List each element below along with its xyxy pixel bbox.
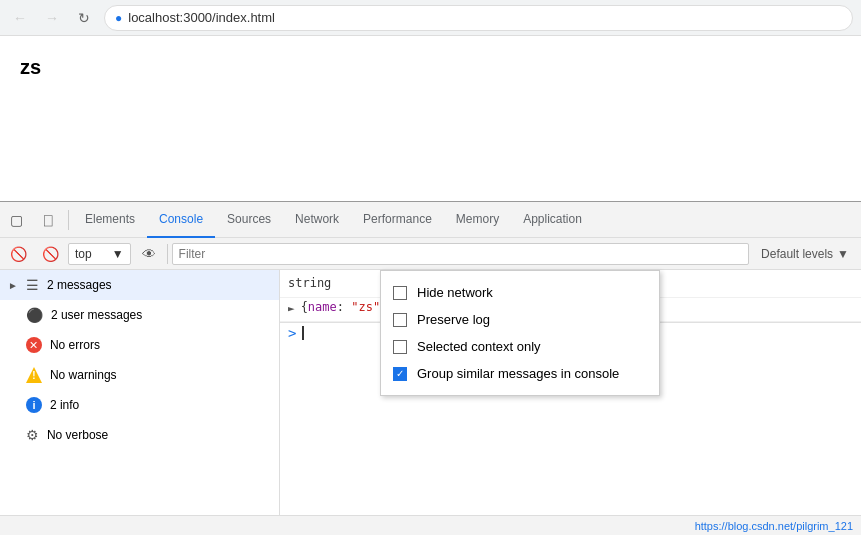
tab-application[interactable]: Application [511, 202, 594, 238]
devtools-device-button[interactable]: ⎕ [32, 202, 64, 238]
info-label: 2 info [50, 398, 79, 412]
page-content: zs [0, 36, 861, 201]
error-icon: ✕ [26, 337, 42, 353]
list-icon: ☰ [26, 277, 39, 293]
lock-icon: ● [115, 11, 122, 25]
filter-toggle-button[interactable]: 🚫 [36, 240, 64, 268]
tab-network[interactable]: Network [283, 202, 351, 238]
messages-label: 2 messages [47, 278, 112, 292]
selected-context-label: Selected context only [417, 339, 541, 354]
preserve-log-checkbox[interactable] [393, 313, 407, 327]
console-obj-value: "zs" [351, 300, 380, 314]
user-icon: ⚫ [26, 307, 43, 323]
warnings-label: No warnings [50, 368, 117, 382]
dropdown-panel: Hide network Preserve log Selected conte… [380, 270, 660, 396]
status-bar: https://blog.csdn.net/pilgrim_121 [0, 515, 861, 535]
page-title: zs [20, 56, 41, 79]
toolbar-separator [167, 244, 168, 264]
console-prompt-icon: > [288, 325, 296, 341]
console-cursor [302, 326, 304, 340]
hide-network-checkbox[interactable] [393, 286, 407, 300]
default-levels-button[interactable]: Default levels ▼ [753, 247, 857, 261]
devtools-tabbar: ▢ ⎕ Elements Console Sources Network Per… [0, 202, 861, 238]
verbose-icon: ⚙ [26, 427, 39, 443]
hide-network-label: Hide network [417, 285, 493, 300]
tab-performance[interactable]: Performance [351, 202, 444, 238]
sidebar-item-warnings[interactable]: ► ! No warnings [0, 360, 279, 390]
address-bar[interactable]: ● localhost:3000/index.html [104, 5, 853, 31]
sidebar-item-verbose[interactable]: ► ⚙ No verbose [0, 420, 279, 450]
clear-console-button[interactable]: 🚫 [4, 240, 32, 268]
devtools-separator [68, 210, 69, 230]
preserve-log-label: Preserve log [417, 312, 490, 327]
expand-messages-arrow: ► [8, 280, 18, 291]
group-similar-checkbox[interactable]: ✓ [393, 367, 407, 381]
dropdown-selected-context[interactable]: Selected context only [381, 333, 659, 360]
devtools-inspect-button[interactable]: ▢ [0, 202, 32, 238]
chevron-down-icon: ▼ [837, 247, 849, 261]
status-url: https://blog.csdn.net/pilgrim_121 [695, 520, 853, 532]
sidebar-item-errors[interactable]: ► ✕ No errors [0, 330, 279, 360]
console-obj-text: {name: "zs"} [301, 300, 388, 314]
devtools-panel: ▢ ⎕ Elements Console Sources Network Per… [0, 201, 861, 535]
sidebar-item-info[interactable]: ► i 2 info [0, 390, 279, 420]
console-sidebar: ► ☰ 2 messages ► ⚫ 2 user messages ► ✕ N… [0, 270, 280, 515]
console-obj-key: name [308, 300, 337, 314]
tab-memory[interactable]: Memory [444, 202, 511, 238]
group-similar-label: Group similar messages in console [417, 366, 619, 381]
context-label: top [75, 247, 92, 261]
chevron-down-icon: ▼ [112, 247, 124, 261]
back-button[interactable]: ← [8, 6, 32, 30]
tab-sources[interactable]: Sources [215, 202, 283, 238]
tab-elements[interactable]: Elements [73, 202, 147, 238]
console-expand-arrow[interactable]: ► [288, 302, 295, 315]
verbose-label: No verbose [47, 428, 108, 442]
dropdown-preserve-log[interactable]: Preserve log [381, 306, 659, 333]
refresh-button[interactable]: ↻ [72, 6, 96, 30]
console-toolbar: 🚫 🚫 top ▼ 👁 Default levels ▼ Hide networ… [0, 238, 861, 270]
sidebar-item-user-messages[interactable]: ► ⚫ 2 user messages [0, 300, 279, 330]
browser-toolbar: ← → ↻ ● localhost:3000/index.html [0, 0, 861, 36]
dropdown-group-similar[interactable]: ✓ Group similar messages in console [381, 360, 659, 387]
tab-console[interactable]: Console [147, 202, 215, 238]
filter-input[interactable] [172, 243, 749, 265]
url-text: localhost:3000/index.html [128, 10, 275, 25]
user-messages-label: 2 user messages [51, 308, 142, 322]
selected-context-checkbox[interactable] [393, 340, 407, 354]
default-levels-label: Default levels [761, 247, 833, 261]
sidebar-item-messages[interactable]: ► ☰ 2 messages [0, 270, 279, 300]
info-icon: i [26, 397, 42, 413]
errors-label: No errors [50, 338, 100, 352]
console-string-text: string [288, 276, 331, 290]
context-selector[interactable]: top ▼ [68, 243, 131, 265]
eye-button[interactable]: 👁 [135, 240, 163, 268]
dropdown-hide-network[interactable]: Hide network [381, 279, 659, 306]
warning-icon: ! [26, 367, 42, 383]
forward-button[interactable]: → [40, 6, 64, 30]
